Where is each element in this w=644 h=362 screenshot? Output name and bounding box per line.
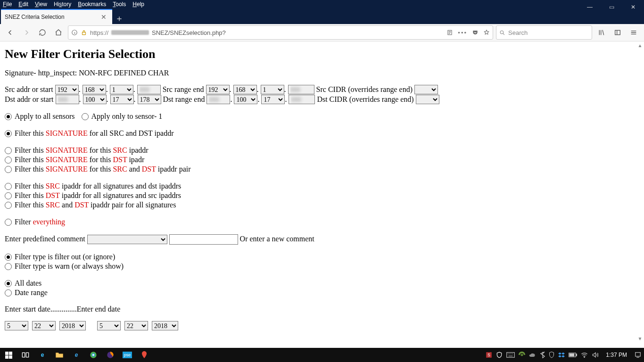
- end-date-month[interactable]: 5: [97, 321, 121, 330]
- radio-filter-sig-dst[interactable]: [5, 156, 12, 164]
- src-start-octet-4[interactable]: 000: [137, 85, 161, 94]
- window-maximize-button[interactable]: ▭: [601, 0, 622, 14]
- end-date-day[interactable]: 22: [124, 321, 148, 330]
- tray-onedrive-icon[interactable]: [529, 352, 537, 358]
- svg-point-14: [521, 354, 523, 356]
- menu-tools[interactable]: Tools: [113, 1, 126, 8]
- browser-tab[interactable]: SNEZ Criteria Selection ✕: [1, 9, 112, 24]
- task-view-button[interactable]: [17, 348, 34, 362]
- src-end-octet-2[interactable]: 168: [233, 85, 257, 94]
- radio-all-dates[interactable]: [5, 280, 12, 287]
- tray-notifications-icon[interactable]: [635, 352, 641, 358]
- dst-start-octet-2[interactable]: 100: [83, 95, 107, 104]
- sidebar-button[interactable]: [611, 26, 624, 39]
- radio-filter-everything[interactable]: [5, 219, 12, 226]
- radio-filter-src-all[interactable]: [5, 183, 12, 190]
- radio-filter-type-out[interactable]: [5, 254, 12, 261]
- home-button[interactable]: [52, 26, 65, 39]
- src-start-octet-3[interactable]: 1: [110, 85, 133, 94]
- app-menu-button[interactable]: [627, 26, 640, 39]
- dst-start-octet-4[interactable]: 178: [138, 95, 161, 104]
- src-end-octet-3[interactable]: 1: [261, 85, 284, 94]
- menu-edit[interactable]: Edit: [18, 1, 28, 8]
- menu-history[interactable]: History: [54, 1, 71, 8]
- tray-keyboard-icon[interactable]: [506, 352, 515, 358]
- menu-file[interactable]: File: [3, 1, 12, 8]
- radio-date-range[interactable]: [5, 289, 12, 296]
- firefox-icon: [107, 351, 114, 359]
- svg-rect-1: [83, 32, 86, 34]
- src-start-octet-2[interactable]: 168: [83, 85, 106, 94]
- taskbar-app-chrome[interactable]: [85, 348, 102, 362]
- dst-cidr-select[interactable]: [416, 95, 439, 104]
- bookmark-star-icon[interactable]: [483, 29, 490, 36]
- info-icon[interactable]: [71, 29, 78, 36]
- dst-start-octet-1[interactable]: 000: [56, 95, 79, 104]
- scroll-down-button[interactable]: ▼: [636, 335, 644, 343]
- windows-taskbar: e e pse S 1:37 PM: [0, 348, 644, 362]
- url-bar[interactable]: https:// SNEZ/SNEZselection.php? •••: [68, 25, 493, 40]
- tray-volume-icon[interactable]: [592, 352, 598, 358]
- radio-filter-sig-src[interactable]: [5, 147, 12, 154]
- scroll-up-button[interactable]: ▲: [636, 41, 644, 49]
- dst-start-octet-3[interactable]: 17: [110, 95, 134, 104]
- radio-filter-sig-pair[interactable]: [5, 166, 12, 173]
- src-end-octet-4[interactable]: 000: [288, 85, 314, 94]
- tray-battery-icon[interactable]: [569, 353, 577, 357]
- src-cidr-select[interactable]: [414, 85, 438, 94]
- dst-end-octet-4[interactable]: 000: [289, 95, 315, 104]
- taskbar-app-maps[interactable]: [136, 348, 153, 362]
- dst-end-octet-1[interactable]: 000: [206, 95, 230, 104]
- tray-dropbox-icon[interactable]: [558, 352, 565, 358]
- svg-rect-6: [26, 353, 28, 357]
- taskbar-app-edge-old[interactable]: e: [34, 348, 51, 362]
- radio-filter-pair-all[interactable]: [5, 202, 12, 209]
- dst-end-octet-3[interactable]: 17: [261, 95, 285, 104]
- date-labels-row: Enter start date..............Enter end …: [5, 305, 639, 313]
- reload-button[interactable]: [36, 26, 49, 39]
- menu-bookmarks[interactable]: Bookmarks: [78, 1, 106, 8]
- tray-bluetooth-icon[interactable]: [540, 352, 545, 358]
- pocket-icon[interactable]: [472, 29, 479, 36]
- window-minimize-button[interactable]: —: [579, 0, 601, 14]
- new-tab-button[interactable]: ＋: [112, 13, 126, 24]
- predefined-comment-select[interactable]: [87, 235, 167, 244]
- page-actions-icon[interactable]: •••: [458, 29, 467, 36]
- back-button[interactable]: [4, 26, 17, 39]
- lock-warning-icon[interactable]: [81, 29, 87, 36]
- tray-network-icon[interactable]: [519, 352, 525, 358]
- start-date-month[interactable]: 5: [5, 321, 28, 330]
- dst-end-octet-2[interactable]: 100: [234, 95, 257, 104]
- taskbar-clock[interactable]: 1:37 PM: [602, 352, 631, 358]
- start-date-year[interactable]: 2018: [59, 321, 86, 330]
- new-comment-input[interactable]: [169, 234, 238, 245]
- radio-filter-type-warn[interactable]: [5, 263, 12, 270]
- tray-noscript-icon[interactable]: S: [486, 352, 492, 358]
- end-date-year[interactable]: 2018: [152, 321, 178, 330]
- menu-view[interactable]: View: [35, 1, 47, 8]
- start-button[interactable]: [0, 348, 17, 362]
- tray-wifi-icon[interactable]: [581, 352, 588, 358]
- tray-defender-icon[interactable]: [496, 352, 503, 358]
- taskbar-app-firefox[interactable]: [102, 348, 119, 362]
- menu-help[interactable]: Help: [132, 1, 144, 8]
- radio-filter-sig-all[interactable]: [5, 130, 12, 137]
- search-bar[interactable]: Search: [496, 25, 592, 40]
- edge-icon: e: [41, 352, 44, 358]
- tab-close-button[interactable]: ✕: [99, 14, 108, 20]
- radio-apply-sensor-1[interactable]: [82, 113, 89, 120]
- src-end-octet-1[interactable]: 192: [206, 85, 230, 94]
- reader-mode-icon[interactable]: [446, 29, 453, 36]
- taskbar-app-ie[interactable]: e: [68, 348, 85, 362]
- forward-button[interactable]: [20, 26, 33, 39]
- taskbar-app-pse[interactable]: pse: [119, 348, 136, 362]
- src-start-octet-1[interactable]: 192: [55, 85, 79, 94]
- library-button[interactable]: [595, 26, 608, 39]
- radio-apply-all-sensors[interactable]: [5, 113, 12, 120]
- start-date-day[interactable]: 22: [32, 321, 56, 330]
- taskbar-app-explorer[interactable]: [51, 348, 68, 362]
- window-close-button[interactable]: ✕: [622, 0, 644, 14]
- tray-security-icon[interactable]: [549, 352, 554, 358]
- radio-filter-dst-all[interactable]: [5, 192, 12, 199]
- signature-line: Signature- http_inspect: NON-RFC DEFINED…: [5, 69, 639, 77]
